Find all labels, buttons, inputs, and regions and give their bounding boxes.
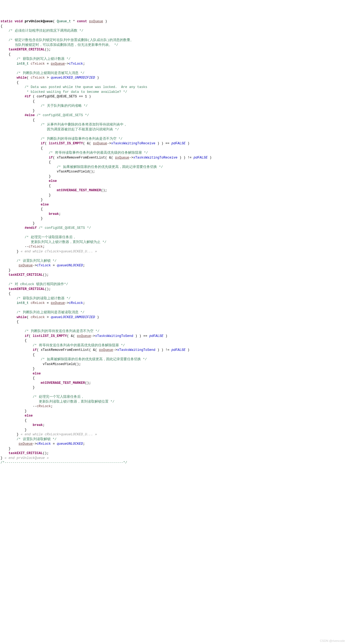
var: cRxLock [31,315,45,319]
fn-call: xTaskRemoveFromEventList [57,156,105,160]
const: pdFALSE [193,156,208,160]
fold-hint: « end while cTxLock>queueLOCKED_U... » [21,250,97,253]
field: xTasksWaitingToSend [117,348,155,352]
param: pxQueue [115,156,129,160]
field: xTasksWaitingToSend [95,334,133,338]
comment: /* 关于队列集的代码省略 */ [41,104,88,108]
comment: /* configUSE_QUEUE_SETS */ [39,226,91,230]
kw-break: break [49,212,59,216]
param: pxQueue [51,62,65,66]
kw-const: const [77,20,87,23]
comment: 因为调度器被挂起了不能直接访问就绪列表 */ [1,128,119,131]
kw-while: while [17,76,27,80]
param: pxQueue [99,348,113,352]
const: queueUNLOCKED [57,442,83,446]
macro: taskEXIT_CRITICAL [9,273,43,277]
field: cTxLock [69,62,83,66]
code-block: static void prvUnlockQueue( Queue_t * co… [1,19,347,465]
comment: /* 必须在计划程序挂起的情况下调用此函数 */ [9,29,83,33]
kw-else: else [49,179,57,183]
const: queueLOCKED_UNMODIFIED [51,315,95,319]
field: xTasksWaitingToReceive [111,142,155,145]
comment: /* 处理完一个读取阻塞任务后， [25,235,76,239]
field: xTasksWaitingToReceive [133,156,177,160]
const: pdFALSE [171,142,186,145]
kw-else: else [25,414,33,418]
field: cTxLock [37,264,51,267]
fn-call: xTaskRemoveFromEventList [41,348,89,352]
param: pxQueue [19,442,33,446]
kw-static: static [1,20,13,23]
var: cTxLock [31,76,45,80]
comment: /* 获取队列的写入上锁计数器 */ [17,57,70,61]
comment: /* 判断队列在上锁期间是否被读取消息 */ [17,311,84,314]
pp-endif: #endif [25,226,37,230]
comment: 当队列被锁定时，可以添加或删除消息，但无法更新事件列表。 */ [1,43,118,47]
macro: mtCOVERAGE_TEST_MARKER [41,381,85,385]
const: queueLOCKED_UNMODIFIED [51,76,95,80]
param: pxQueue [89,20,103,23]
fn-call: vTaskMissedYield [43,362,75,366]
var: cTxLock [31,62,45,66]
comment: 更新队列读取上锁计数器，直到读取解锁位置 */ [1,400,114,404]
var: cTxLock [29,245,43,249]
field: cRxLock [69,301,83,305]
const: queueUNLOCKED [57,264,83,267]
kw-if: if [41,142,45,145]
comment: /* 设置队列写入解锁 */ [17,259,57,263]
macro: taskENTER_CRITICAL [9,48,45,51]
comment: /* 处理完一个写入阻塞任务后， [33,395,84,399]
comment: /* 判断队列在上锁期间是否被写入消息 */ [17,71,84,75]
comment: /* 从事件列表中删除的任务将添加到等待就绪列表中， [41,123,127,127]
kw-if: if [49,156,53,160]
pp-else: #else [25,113,35,117]
comment: /* 判断队列的等待发送任务列表是否不为空 */ [25,329,99,333]
pp-if: #if [25,95,31,98]
comment: /* 如果被解除阻塞的任务的优先级更高，因此记录需要任务切换 */ [57,165,163,169]
kw-else: else [41,203,49,207]
comment: /* 对 cRxLock 锁执行相同的操作*/ [9,282,68,286]
fold-hint: « end while cRxLock>queueLOCKED_U... » [21,433,97,436]
comment: /* 判断队列的等待读取事件任务列表是否不为空 */ [41,137,122,141]
comment: /* 将等待读取事件任务列表中的最高优先级的任务解除阻塞 */ [49,151,148,155]
param: pxQueue [51,301,65,305]
comment: /* 设置队列读取解锁 */ [17,437,57,441]
macro: taskEXIT_CRITICAL [9,451,43,455]
kw-void: void [15,20,23,23]
macro: listLIST_IS_EMPTY [49,142,83,145]
kw-if: if [25,334,29,338]
type: int8_t [17,301,29,305]
comment: /* 锁定计数包含在队列锁定时在队列中放置或删除(入队或出队)的消息的数量。 [9,38,134,42]
kw-while: while [17,315,27,319]
kw-else: else [33,372,41,376]
comment: /* 如果被解除阻塞的任务的优先级更高，因此记录需要任务切换 */ [41,358,147,361]
kw-break: break [33,423,43,427]
comment: /* 将等待发送任务列表中的最高优先级的任务解除阻塞 */ [33,344,125,347]
param: pxQueue [19,264,33,267]
fold-hint: « end prvUnlockQueue » [5,456,49,460]
comment: /* 获取队列的读取上锁计数器 */ [17,297,70,300]
const: pdFALSE [149,334,163,338]
macro: taskENTER_CRITICAL [9,287,45,291]
condition: configUSE_QUEUE_SETS == 1 [37,95,87,98]
comment: /* Data was posted while the queue was l… [25,85,147,89]
kw-if: if [33,348,37,352]
comment: /* configUSE_QUEUE_SETS */ [37,113,89,117]
macro: mtCOVERAGE_TEST_MARKER [57,189,101,192]
type: Queue_t [57,20,71,23]
comment: 更新队列写入上锁计数器，直到写入解锁为止 */ [1,240,106,244]
param: pxQueue [93,142,107,145]
var: cRxLock [37,404,51,408]
var: cRxLock [31,301,45,305]
fn-name: prvUnlockQueue [25,20,53,23]
type: int8_t [17,62,29,66]
comment: * blocked waiting for data to become ava… [1,90,127,94]
macro: listLIST_IS_EMPTY [33,334,67,338]
comment: /*--------------------------------------… [1,461,127,465]
const: pdFALSE [171,348,186,352]
param: pxQueue [77,334,91,338]
field: cRxLock [37,442,51,446]
fn-call: vTaskMissedYield [57,170,89,174]
